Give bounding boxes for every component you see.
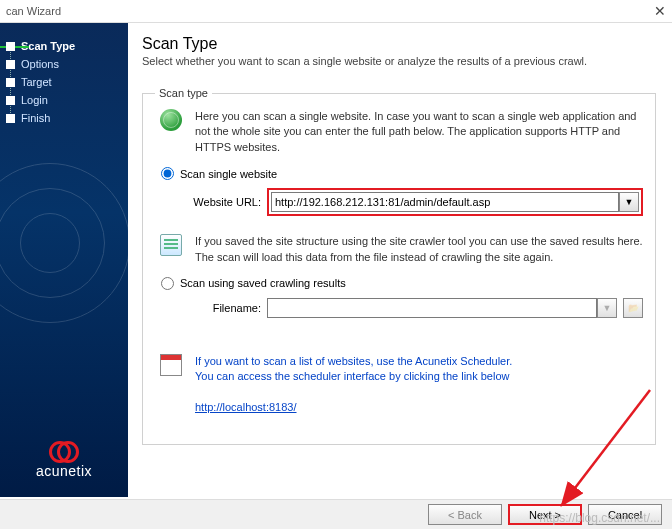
step-login[interactable]: Login [6, 91, 128, 109]
saved-info-text: If you saved the site structure using th… [195, 234, 643, 265]
radio-saved-results[interactable]: Scan using saved crawling results [161, 277, 643, 290]
file-icon [160, 234, 182, 256]
step-target[interactable]: Target [6, 73, 128, 91]
step-options[interactable]: Options [6, 55, 128, 73]
page-title: Scan Type [142, 35, 656, 53]
window-title: can Wizard [6, 5, 61, 17]
intro-text: Here you can scan a single website. In c… [195, 109, 643, 155]
url-dropdown-button[interactable]: ▼ [619, 192, 639, 212]
step-finish[interactable]: Finish [6, 109, 128, 127]
radio-scan-single[interactable]: Scan single website [161, 167, 643, 180]
scheduler-text: If you want to scan a list of websites, … [195, 354, 643, 416]
close-icon[interactable]: ✕ [654, 3, 666, 19]
url-label: Website URL: [189, 196, 267, 208]
url-highlight: ▼ [267, 188, 643, 216]
calendar-icon [160, 354, 182, 376]
radio-scan-single-input[interactable] [161, 167, 174, 180]
browse-button: 📂 [623, 298, 643, 318]
radio-saved-results-input[interactable] [161, 277, 174, 290]
filename-input [267, 298, 597, 318]
main-area: Scan Type Options Target Login Finish ac… [0, 22, 672, 497]
globe-icon [160, 109, 182, 131]
content: Scan Type Select whether you want to sca… [128, 23, 672, 497]
scheduler-link[interactable]: http://localhost:8183/ [195, 401, 297, 413]
chevron-down-icon: ▼ [603, 303, 612, 313]
brand-logo: acunetix [0, 437, 128, 479]
website-url-input[interactable] [271, 192, 619, 212]
filename-dropdown-button: ▼ [597, 298, 617, 318]
acunetix-icon [44, 437, 84, 461]
folder-icon: 📂 [628, 303, 639, 313]
filename-label: Filename: [189, 302, 267, 314]
scan-type-group: Scan type Here you can scan a single web… [142, 87, 656, 445]
chevron-down-icon: ▼ [625, 197, 634, 207]
cancel-button[interactable]: Cancel [588, 504, 662, 525]
step-scan-type[interactable]: Scan Type [6, 37, 128, 55]
page-subtitle: Select whether you want to scan a single… [142, 55, 656, 67]
titlebar: can Wizard ✕ [0, 0, 672, 22]
next-button[interactable]: Next > [508, 504, 582, 525]
group-legend: Scan type [155, 87, 212, 99]
back-button: < Back [428, 504, 502, 525]
sidebar: Scan Type Options Target Login Finish ac… [0, 23, 128, 497]
footer: < Back Next > Cancel [0, 499, 672, 529]
